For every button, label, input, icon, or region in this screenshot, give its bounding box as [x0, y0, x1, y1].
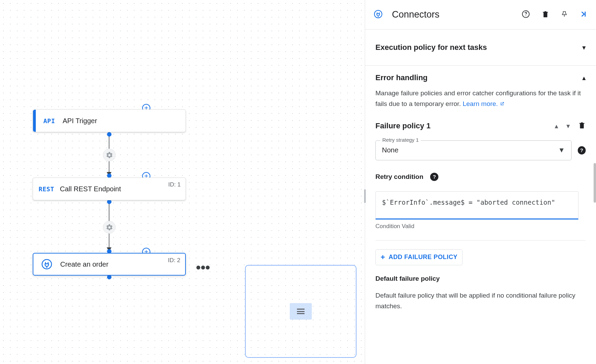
connector-icon: [374, 10, 382, 20]
delete-policy-button[interactable]: [578, 121, 586, 131]
help-tooltip-icon[interactable]: ?: [430, 173, 438, 181]
learn-more-link[interactable]: Learn more.: [462, 100, 504, 107]
node-id: ID: 2: [168, 257, 180, 264]
node-label: Call REST Endpoint: [60, 185, 121, 193]
default-failure-policy-description: Default failure policy that will be appl…: [375, 290, 586, 312]
help-tooltip-icon[interactable]: ?: [578, 146, 586, 154]
panel-resize-handle[interactable]: [364, 189, 366, 203]
scrollbar-thumb[interactable]: [594, 163, 596, 203]
default-failure-policy-title: Default failure policy: [375, 275, 586, 282]
section-description: Manage failure policies and error catche…: [375, 88, 586, 109]
failure-policy-block: Failure policy 1 Retry strategy 1 None ▼: [375, 121, 586, 312]
field-label: Retry strategy 1: [380, 137, 421, 143]
section-title: Error handling: [375, 73, 428, 82]
edge-config-button[interactable]: [103, 221, 116, 234]
details-panel: Connectors Execution policy for next tas…: [365, 0, 596, 364]
button-label: ADD FAILURE POLICY: [389, 254, 457, 261]
node-id: ID: 1: [168, 181, 181, 188]
retry-condition-label: Retry condition: [375, 173, 423, 181]
node-call-rest-endpoint[interactable]: REST Call REST Endpoint ID: 1: [33, 178, 186, 200]
dropdown-caret-icon: ▼: [558, 146, 565, 154]
chevron-down-icon: [582, 43, 586, 52]
divider: [375, 240, 586, 240]
svg-point-3: [525, 15, 526, 16]
retry-strategy-select[interactable]: None ▼: [375, 140, 572, 160]
node-api-trigger[interactable]: API API Trigger: [33, 109, 186, 132]
delete-icon[interactable]: [542, 10, 549, 20]
pin-icon[interactable]: [561, 10, 568, 19]
move-up-button[interactable]: [555, 122, 558, 130]
workflow-canvas[interactable]: API API Trigger REST Call REST Endpoint …: [0, 0, 365, 364]
help-icon[interactable]: [522, 10, 530, 20]
add-failure-policy-button[interactable]: + ADD FAILURE POLICY: [375, 249, 462, 265]
collapse-panel-icon[interactable]: [579, 10, 587, 19]
panel-header: Connectors: [365, 0, 596, 30]
select-value: None: [382, 146, 398, 154]
menu-icon-button[interactable]: [290, 303, 312, 320]
section-title: Execution policy for next tasks: [375, 43, 487, 52]
connector-icon: [33, 259, 60, 269]
section-execution-policy[interactable]: Execution policy for next tasks: [365, 30, 596, 66]
node-more-menu-button[interactable]: ●●●: [194, 259, 211, 275]
canvas-selection-rect[interactable]: [245, 265, 356, 358]
node-type-tag: REST: [33, 185, 60, 193]
failure-policy-title: Failure policy 1: [375, 121, 555, 130]
retry-condition-input[interactable]: $`ErrorInfo`.message$ = "aborted connect…: [375, 191, 578, 220]
section-header[interactable]: Error handling: [375, 73, 586, 82]
node-create-an-order[interactable]: Create an order ID: 2: [33, 253, 186, 276]
edge-port[interactable]: [107, 132, 111, 137]
move-down-button[interactable]: [566, 122, 570, 130]
panel-title: Connectors: [392, 9, 515, 20]
node-accent-stripe: [33, 110, 36, 132]
chevron-up-icon: [582, 74, 586, 82]
node-label: API Trigger: [63, 117, 97, 125]
node-type-tag: API: [36, 117, 63, 125]
section-error-handling: Error handling Manage failure policies a…: [365, 66, 596, 311]
node-label: Create an order: [60, 260, 108, 268]
edge-config-button[interactable]: [103, 149, 116, 161]
plus-icon: +: [381, 253, 385, 262]
condition-status: Condition Valid: [375, 223, 586, 230]
